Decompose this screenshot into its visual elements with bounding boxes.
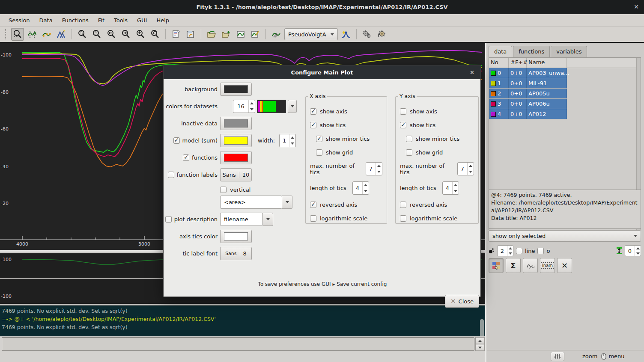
zoom-right-button[interactable]: [119, 28, 132, 41]
export-graph-button[interactable]: [234, 28, 247, 41]
console-scrollbar[interactable]: [480, 319, 484, 336]
background-color-button[interactable]: [220, 83, 252, 96]
label-text-drop-button[interactable]: [282, 196, 292, 209]
menu-fit[interactable]: Fit: [94, 15, 109, 25]
colors-count-spinner[interactable]: 16: [233, 100, 255, 113]
history-down-button[interactable]: [475, 344, 485, 351]
x-log-scale-checkbox[interactable]: [310, 215, 316, 222]
palette-dropdown-button[interactable]: [288, 100, 297, 113]
description-combo[interactable]: filename: [220, 213, 263, 226]
spin-up-button[interactable]: [289, 134, 295, 141]
menu-gui[interactable]: GUI: [133, 15, 151, 25]
functions-checkbox[interactable]: [183, 154, 189, 161]
spin-up-button[interactable]: [453, 182, 459, 188]
description-drop-button[interactable]: [263, 213, 273, 226]
zoom-left-button[interactable]: [105, 28, 118, 41]
menu-functions[interactable]: Functions: [58, 15, 93, 25]
sum-view-button[interactable]: Σ: [506, 258, 521, 273]
sigma-checkbox[interactable]: [537, 248, 544, 254]
history-up-button[interactable]: [475, 337, 485, 344]
y-show-axis-checkbox[interactable]: [400, 108, 406, 115]
shift-spinner[interactable]: 0: [625, 245, 641, 256]
label-text-combo[interactable]: <area>: [220, 196, 282, 209]
zoom-previous-button[interactable]: [149, 28, 161, 41]
x-show-tics-checkbox[interactable]: [310, 122, 316, 128]
tab-data[interactable]: data: [489, 46, 512, 57]
table-row[interactable]: 1 0+0 MIL-91: [489, 78, 567, 89]
y-tic-length-spinner[interactable]: 4: [442, 181, 459, 195]
functions-color-button[interactable]: [220, 151, 252, 164]
save-session-button[interactable]: [184, 28, 197, 41]
y-show-minor-tics-checkbox[interactable]: [406, 136, 412, 142]
x-reversed-axis-checkbox[interactable]: [310, 202, 316, 208]
command-input[interactable]: [2, 337, 474, 351]
y-log-scale-checkbox[interactable]: [400, 215, 406, 222]
functions-view-button[interactable]: [523, 258, 538, 273]
append-data-button[interactable]: [220, 28, 233, 41]
dataset-colors-button[interactable]: [489, 258, 504, 273]
x-tic-length-spinner[interactable]: 4: [352, 181, 369, 195]
spin-up-button[interactable]: [376, 163, 382, 169]
dialog-title-bar[interactable]: Configure Main Plot ✕: [164, 65, 480, 79]
x-show-grid-checkbox[interactable]: [316, 149, 322, 156]
tab-functions[interactable]: functions: [513, 46, 550, 57]
name-label-button[interactable]: Inam: [540, 258, 555, 273]
col-header-f[interactable]: #F+#: [509, 58, 527, 68]
spin-down-button[interactable]: [289, 141, 295, 147]
vertical-checkbox[interactable]: [220, 187, 227, 193]
menu-session[interactable]: Session: [4, 15, 34, 25]
log-script-button[interactable]: [170, 28, 182, 41]
spin-up-button[interactable]: [507, 246, 513, 251]
menu-tools[interactable]: Tools: [110, 15, 132, 25]
tic-font-button[interactable]: Sans 8: [220, 247, 252, 260]
y-show-tics-checkbox[interactable]: [400, 122, 406, 128]
zoom-all-button[interactable]: [76, 28, 89, 41]
tab-variables[interactable]: variables: [551, 46, 587, 57]
export-image-button[interactable]: [249, 28, 262, 41]
zoom-mode-button[interactable]: [11, 28, 24, 41]
open-data-button[interactable]: [205, 28, 218, 41]
spin-down-button[interactable]: [363, 188, 369, 195]
spin-up-button[interactable]: [363, 182, 369, 188]
table-row[interactable]: 2 0+0 AP005u: [489, 89, 567, 99]
function-type-combo[interactable]: PseudoVoigtA: [284, 28, 338, 40]
x-max-tics-spinner[interactable]: 7: [366, 162, 382, 175]
spin-up-button[interactable]: [635, 246, 641, 251]
spin-up-button[interactable]: [249, 100, 255, 107]
label-font-button[interactable]: Sans 10: [220, 168, 252, 181]
delete-dataset-button[interactable]: ✕: [557, 258, 572, 273]
spin-down-button[interactable]: [468, 169, 474, 175]
output-console[interactable]: 7469 points. No explicit std. dev. Set a…: [0, 305, 485, 336]
table-row[interactable]: 4 0+0 AP012: [489, 109, 567, 119]
y-reversed-axis-checkbox[interactable]: [400, 202, 406, 208]
range-mode-button[interactable]: [26, 28, 39, 41]
spin-down-button[interactable]: [453, 188, 459, 195]
menu-data[interactable]: Data: [35, 15, 57, 25]
model-color-button[interactable]: [220, 134, 252, 147]
show-filter-combo[interactable]: show only selected: [489, 230, 641, 242]
line-checkbox[interactable]: [516, 248, 522, 254]
close-button[interactable]: ✕ Close: [445, 295, 479, 308]
y-show-grid-checkbox[interactable]: [406, 149, 412, 156]
col-header-no[interactable]: No: [489, 58, 509, 68]
zoom-vertical-button[interactable]: [90, 28, 103, 41]
toolbar-drag-handle[interactable]: [5, 29, 8, 39]
baseline-mode-button[interactable]: [40, 28, 53, 41]
peak-mode-button[interactable]: [55, 28, 68, 41]
width-spinner[interactable]: 1: [279, 134, 296, 147]
spin-down-button[interactable]: [507, 251, 513, 256]
spin-down-button[interactable]: [249, 107, 255, 113]
table-row[interactable]: 3 0+0 AP006u: [489, 99, 567, 109]
palette-preview[interactable]: [257, 100, 286, 113]
x-show-minor-tics-checkbox[interactable]: [316, 136, 322, 142]
model-checkbox[interactable]: [173, 137, 180, 144]
col-header-name[interactable]: Name: [527, 58, 567, 68]
window-close-icon[interactable]: ✕: [634, 3, 639, 10]
axis-color-button[interactable]: [220, 230, 252, 243]
add-peak-button[interactable]: [340, 28, 352, 41]
gui-config-button[interactable]: [551, 352, 564, 361]
spin-up-button[interactable]: [468, 163, 474, 169]
spin-down-button[interactable]: [635, 251, 641, 256]
fit-undo-button[interactable]: [375, 28, 388, 41]
table-row[interactable]: 0 0+0 AP003_unwa...: [489, 68, 567, 78]
